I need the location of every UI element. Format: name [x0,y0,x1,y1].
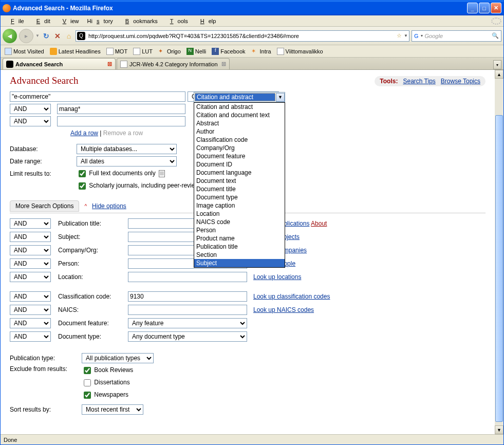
tab-jcr-web[interactable]: JCR-Web 4.2 Category Information ⊠ [117,58,230,69]
adv-op-select[interactable]: AND [10,258,51,269]
sort-select[interactable]: Most recent first [82,404,143,415]
exclude-checkbox[interactable]: Dissertations [82,379,130,386]
bookmark-lut[interactable]: LUT [131,47,155,56]
url-bar[interactable]: Q ☆ ▼ [76,30,409,42]
search-op-3[interactable]: AND [10,116,51,126]
url-dropdown-icon[interactable]: ▼ [404,33,408,38]
scope-option[interactable]: Section [194,251,285,259]
search-op-2[interactable]: AND [10,104,51,114]
url-input[interactable] [87,32,395,40]
limit-fulltext-checkbox[interactable]: Full text documents only [77,169,165,179]
maximize-button[interactable]: □ [479,3,490,13]
close-tab-icon[interactable]: ⊠ [107,61,112,67]
search-term-1[interactable] [10,91,185,102]
adv-field-input[interactable] [128,291,247,302]
adv-op-select[interactable]: AND [10,218,51,229]
chevron-down-icon[interactable]: ▼ [276,93,285,102]
exclude-checkbox[interactable]: Newspapers [82,391,128,398]
adv-op-select[interactable]: AND [10,318,51,328]
scope-option[interactable]: Document language [194,169,285,177]
bookmark-most-visited[interactable]: Most Visited [3,47,46,56]
search-term-2[interactable] [57,104,185,114]
menu-view[interactable]: View [54,17,83,25]
menu-bookmarks[interactable]: Bookmarks [117,17,162,25]
adv-field-input[interactable]: Any document type [128,331,247,342]
adv-op-select[interactable]: AND [10,245,51,255]
search-bar[interactable]: G▾ Google 🔍 [412,30,501,42]
scope-option[interactable]: Abstract [194,119,285,127]
stop-button[interactable]: ✕ [53,31,62,41]
scope-option[interactable]: Subject [194,259,285,267]
adv-op-select[interactable]: AND [10,305,51,315]
add-row-link[interactable]: Add a row [70,129,98,137]
bookmark-nelli[interactable]: NNelli [184,47,208,56]
close-tab-icon[interactable]: ⊠ [221,61,226,67]
bookmark-latest-headlines[interactable]: Latest Headlines [48,47,103,56]
scroll-up-button[interactable]: ▲ [495,70,503,79]
reload-button[interactable]: ↻ [42,31,51,41]
scope-option[interactable]: Author [194,127,285,136]
adv-op-select[interactable]: AND [10,232,51,242]
adv-op-select[interactable]: AND [10,331,51,342]
forward-button[interactable]: ▸ [19,29,33,43]
menu-file[interactable]: File [3,17,28,25]
exclude-checkbox[interactable]: Book Reviews [82,366,133,374]
scope-option[interactable]: Image caption [194,201,285,210]
browse-topics-link[interactable]: Browse Topics [441,78,480,85]
scope-option[interactable]: Document title [194,185,285,193]
scope-option[interactable]: Document ID [194,160,285,169]
home-button[interactable]: ⌂ [64,31,73,41]
scope-dropdown-list[interactable]: Citation and abstractCitation and docume… [194,102,285,268]
search-go-icon[interactable]: 🔍 [492,32,499,39]
bookmark-intra[interactable]: ✶Intra [249,47,273,56]
database-select[interactable]: Multiple databases... [77,144,177,154]
menu-history[interactable]: History [83,17,117,25]
more-search-options-tab[interactable]: More Search Options [10,200,79,212]
lookup-link[interactable]: Look up locations [253,273,301,281]
scope-option[interactable]: Publication title [194,243,285,251]
about-link[interactable]: About [311,220,327,227]
scroll-down-button[interactable]: ▼ [495,425,503,434]
scope-option[interactable]: Location [194,210,285,218]
daterange-select[interactable]: All dates [77,156,177,166]
limit-scholarly-checkbox[interactable]: Scholarly journals, including peer-revie… [77,181,206,191]
adv-op-select[interactable]: AND [10,291,51,302]
adv-field-input[interactable] [128,272,247,282]
search-term-3[interactable] [57,116,185,126]
scope-option[interactable]: Document type [194,193,285,201]
minimize-button[interactable]: _ [467,3,478,13]
history-dropdown-icon[interactable]: ▼ [35,33,40,38]
menu-help[interactable]: Help [192,17,220,25]
search-tips-link[interactable]: Search Tips [403,78,435,85]
menu-edit[interactable]: Edit [28,17,54,25]
lookup-link[interactable]: Look up NAICS codes [253,306,314,313]
scroll-thumb[interactable] [495,115,503,422]
bookmark-facebook[interactable]: fFacebook [210,47,247,56]
close-button[interactable]: ✕ [491,3,501,13]
scope-option[interactable]: Citation and abstract [194,103,285,111]
scope-option[interactable]: Citation and document text [194,111,285,119]
menu-tools[interactable]: Tools [162,17,192,25]
bookmark-mot[interactable]: MOT [104,47,129,56]
scope-option[interactable]: Classification code [194,136,285,144]
adv-field-input[interactable] [128,305,247,315]
lookup-link[interactable]: Look up classification codes [253,293,330,300]
bookmark-origo[interactable]: ✦Origo [156,47,183,56]
back-button[interactable]: ◄ [3,29,17,43]
scope-option[interactable]: Document text [194,177,285,185]
scope-option[interactable]: Person [194,226,285,234]
hide-options-link[interactable]: Hide options [92,202,126,210]
scope-option[interactable]: Product name [194,234,285,243]
tab-advanced-search[interactable]: Advanced Search ⊠ [3,58,116,69]
bookmark-viittomavalikko[interactable]: Viittomavalikko [275,47,325,56]
adv-field-input[interactable]: Any feature [128,318,247,328]
tab-list-button[interactable]: ▾ [493,60,501,69]
scope-option[interactable]: Company/Org [194,144,285,152]
scope-option[interactable]: Document feature [194,152,285,160]
vertical-scrollbar[interactable]: ▲ ▼ [495,70,503,434]
adv-op-select[interactable]: AND [10,272,51,282]
bookmark-star-icon[interactable]: ☆ [397,32,402,39]
scope-option[interactable]: NAICS code [194,218,285,226]
search-scope-2-select[interactable]: Citation and abstract ▼ [194,92,285,102]
pubtype-select[interactable]: All publication types [82,353,154,363]
